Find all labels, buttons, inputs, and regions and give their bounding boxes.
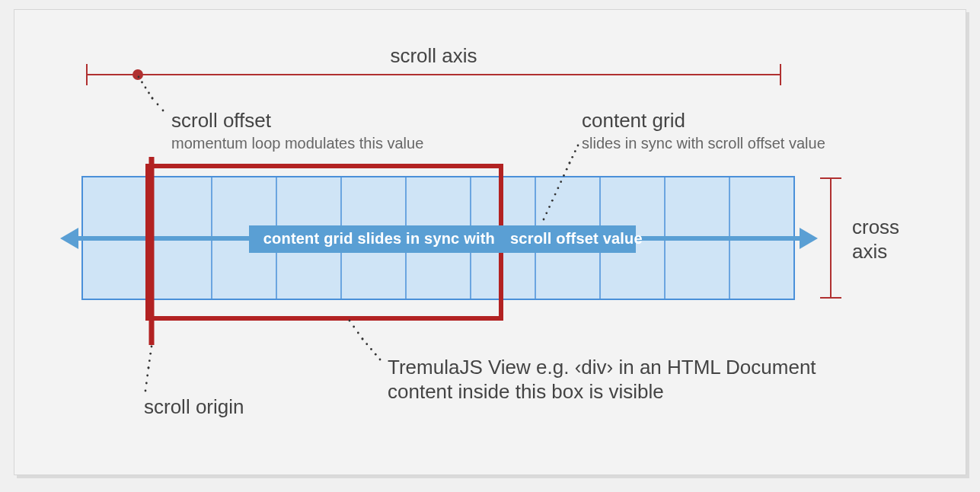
svg-point-37 [162, 110, 164, 112]
svg-marker-13 [60, 228, 78, 249]
svg-point-44 [554, 193, 557, 196]
svg-point-69 [362, 338, 364, 340]
svg-point-33 [148, 92, 150, 94]
svg-text:content inside this box is vis: content inside this box is visible [388, 380, 664, 403]
svg-point-47 [563, 174, 565, 177]
svg-text:scroll offset: scroll offset [171, 109, 272, 132]
svg-text:scroll axis: scroll axis [390, 44, 477, 67]
svg-point-60 [148, 367, 150, 369]
svg-marker-14 [800, 228, 818, 249]
svg-text:momentum loop modulates this v: momentum loop modulates this value [171, 135, 423, 152]
svg-point-31 [141, 81, 143, 84]
svg-point-35 [152, 97, 154, 100]
svg-point-42 [548, 206, 551, 208]
svg-point-29 [132, 69, 143, 80]
diagram-panel: content grid slides in sync withscroll o… [14, 9, 966, 475]
svg-point-66 [353, 326, 355, 328]
svg-point-56 [151, 346, 153, 348]
svg-point-58 [148, 359, 151, 362]
diagram-root: content grid slides in sync withscroll o… [0, 0, 980, 492]
svg-point-67 [357, 332, 359, 334]
svg-text:scroll origin: scroll origin [144, 395, 244, 418]
svg-point-62 [145, 382, 148, 385]
svg-text:content grid slides in sync wi: content grid slides in sync with [263, 230, 495, 247]
svg-point-41 [545, 212, 547, 214]
svg-text:slides in sync with scroll off: slides in sync with scroll offset value [582, 135, 825, 152]
svg-point-73 [379, 359, 381, 361]
svg-point-46 [560, 181, 562, 183]
svg-point-43 [551, 200, 554, 202]
svg-text:content grid: content grid [582, 109, 685, 132]
svg-point-30 [138, 76, 140, 78]
svg-text:scroll offset value: scroll offset value [510, 230, 643, 247]
svg-text:cross: cross [852, 216, 899, 238]
svg-point-51 [571, 156, 573, 158]
svg-point-50 [569, 162, 571, 165]
svg-point-71 [370, 348, 372, 350]
svg-point-48 [566, 168, 568, 171]
svg-point-72 [375, 353, 377, 356]
svg-text:axis: axis [852, 240, 887, 263]
svg-point-63 [145, 390, 147, 392]
svg-point-36 [157, 104, 159, 106]
svg-point-52 [574, 150, 576, 152]
svg-point-45 [557, 187, 559, 189]
svg-point-53 [577, 145, 579, 147]
svg-point-70 [366, 343, 368, 345]
svg-point-40 [543, 219, 545, 221]
svg-point-32 [145, 87, 147, 89]
svg-text:TremulaJS View   e.g. ‹div› in: TremulaJS View e.g. ‹div› in an HTML Doc… [388, 356, 816, 379]
diagram-svg: content grid slides in sync withscroll o… [14, 10, 967, 476]
svg-point-57 [149, 353, 152, 355]
svg-point-61 [146, 375, 148, 377]
svg-point-65 [349, 320, 351, 322]
